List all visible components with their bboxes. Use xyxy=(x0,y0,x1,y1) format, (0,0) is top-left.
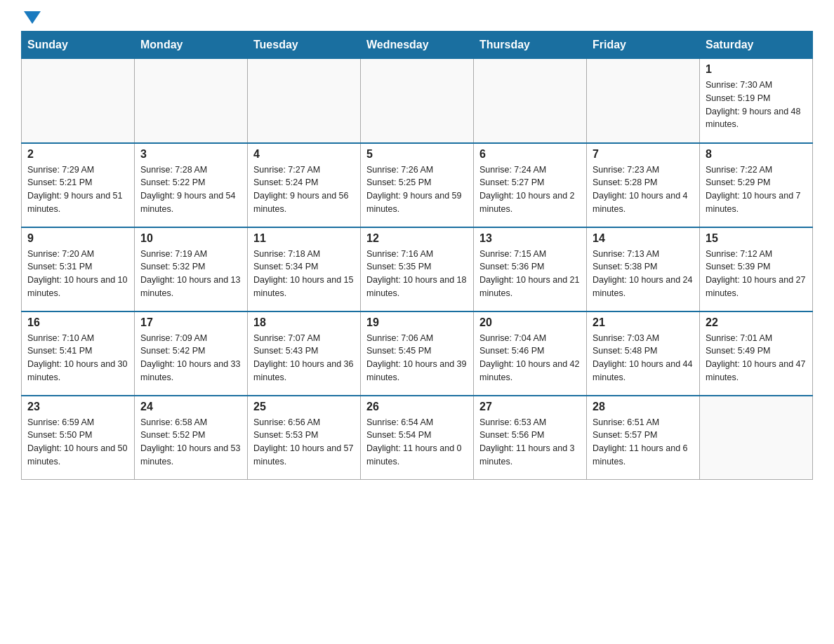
calendar-cell: 5Sunrise: 7:26 AM Sunset: 5:25 PM Daylig… xyxy=(361,143,474,227)
day-info: Sunrise: 7:24 AM Sunset: 5:27 PM Dayligh… xyxy=(479,163,581,216)
calendar-cell: 14Sunrise: 7:13 AM Sunset: 5:38 PM Dayli… xyxy=(587,227,700,311)
day-number: 8 xyxy=(706,148,807,161)
calendar-cell xyxy=(22,59,135,143)
calendar-cell: 28Sunrise: 6:51 AM Sunset: 5:57 PM Dayli… xyxy=(587,396,700,480)
weekday-header-saturday: Saturday xyxy=(700,32,813,59)
day-info: Sunrise: 7:07 AM Sunset: 5:43 PM Dayligh… xyxy=(253,332,355,384)
day-number: 18 xyxy=(253,316,355,329)
day-info: Sunrise: 7:06 AM Sunset: 5:45 PM Dayligh… xyxy=(366,332,468,384)
day-info: Sunrise: 6:53 AM Sunset: 5:56 PM Dayligh… xyxy=(479,416,581,469)
day-info: Sunrise: 7:15 AM Sunset: 5:36 PM Dayligh… xyxy=(479,248,581,300)
page-header xyxy=(21,14,813,24)
weekday-header-thursday: Thursday xyxy=(474,32,587,59)
calendar-cell: 12Sunrise: 7:16 AM Sunset: 5:35 PM Dayli… xyxy=(361,227,474,311)
day-number: 3 xyxy=(140,148,241,161)
day-info: Sunrise: 7:13 AM Sunset: 5:38 PM Dayligh… xyxy=(593,248,694,300)
day-number: 9 xyxy=(27,232,128,245)
day-number: 17 xyxy=(140,316,241,329)
day-info: Sunrise: 7:28 AM Sunset: 5:22 PM Dayligh… xyxy=(140,163,241,216)
day-info: Sunrise: 6:58 AM Sunset: 5:52 PM Dayligh… xyxy=(140,416,241,469)
calendar-cell: 21Sunrise: 7:03 AM Sunset: 5:48 PM Dayli… xyxy=(587,311,700,396)
day-number: 22 xyxy=(706,316,807,329)
day-number: 16 xyxy=(27,316,128,329)
day-number: 24 xyxy=(140,401,241,413)
weekday-header-tuesday: Tuesday xyxy=(248,32,361,59)
day-number: 20 xyxy=(479,316,581,329)
calendar-cell xyxy=(135,59,248,143)
day-number: 1 xyxy=(706,63,807,76)
calendar-cell xyxy=(474,59,587,143)
day-number: 7 xyxy=(593,148,694,161)
day-number: 14 xyxy=(593,232,694,245)
calendar-cell: 20Sunrise: 7:04 AM Sunset: 5:46 PM Dayli… xyxy=(474,311,587,396)
calendar-table: SundayMondayTuesdayWednesdayThursdayFrid… xyxy=(21,31,813,480)
calendar-cell: 13Sunrise: 7:15 AM Sunset: 5:36 PM Dayli… xyxy=(474,227,587,311)
calendar-cell: 15Sunrise: 7:12 AM Sunset: 5:39 PM Dayli… xyxy=(700,227,813,311)
calendar-cell: 11Sunrise: 7:18 AM Sunset: 5:34 PM Dayli… xyxy=(248,227,361,311)
calendar-cell: 18Sunrise: 7:07 AM Sunset: 5:43 PM Dayli… xyxy=(248,311,361,396)
day-info: Sunrise: 7:19 AM Sunset: 5:32 PM Dayligh… xyxy=(140,248,241,300)
calendar-cell: 22Sunrise: 7:01 AM Sunset: 5:49 PM Dayli… xyxy=(700,311,813,396)
calendar-cell: 9Sunrise: 7:20 AM Sunset: 5:31 PM Daylig… xyxy=(22,227,135,311)
calendar-cell xyxy=(587,59,700,143)
day-info: Sunrise: 7:03 AM Sunset: 5:48 PM Dayligh… xyxy=(593,332,694,384)
calendar-cell: 10Sunrise: 7:19 AM Sunset: 5:32 PM Dayli… xyxy=(135,227,248,311)
week-row-4: 16Sunrise: 7:10 AM Sunset: 5:41 PM Dayli… xyxy=(22,311,813,396)
calendar-header-row: SundayMondayTuesdayWednesdayThursdayFrid… xyxy=(22,32,813,59)
logo xyxy=(21,14,41,24)
day-info: Sunrise: 7:10 AM Sunset: 5:41 PM Dayligh… xyxy=(27,332,128,384)
calendar-cell: 17Sunrise: 7:09 AM Sunset: 5:42 PM Dayli… xyxy=(135,311,248,396)
week-row-5: 23Sunrise: 6:59 AM Sunset: 5:50 PM Dayli… xyxy=(22,396,813,480)
day-info: Sunrise: 7:01 AM Sunset: 5:49 PM Dayligh… xyxy=(706,332,807,384)
day-number: 21 xyxy=(593,316,694,329)
weekday-header-friday: Friday xyxy=(587,32,700,59)
day-number: 15 xyxy=(706,232,807,245)
day-info: Sunrise: 6:51 AM Sunset: 5:57 PM Dayligh… xyxy=(593,416,694,469)
calendar-cell: 25Sunrise: 6:56 AM Sunset: 5:53 PM Dayli… xyxy=(248,396,361,480)
day-number: 5 xyxy=(366,148,468,161)
day-number: 10 xyxy=(140,232,241,245)
day-info: Sunrise: 7:22 AM Sunset: 5:29 PM Dayligh… xyxy=(706,163,807,216)
day-info: Sunrise: 6:59 AM Sunset: 5:50 PM Dayligh… xyxy=(27,416,128,469)
day-number: 19 xyxy=(366,316,468,329)
day-number: 23 xyxy=(27,401,128,413)
day-info: Sunrise: 7:09 AM Sunset: 5:42 PM Dayligh… xyxy=(140,332,241,384)
calendar-cell: 6Sunrise: 7:24 AM Sunset: 5:27 PM Daylig… xyxy=(474,143,587,227)
calendar-cell: 2Sunrise: 7:29 AM Sunset: 5:21 PM Daylig… xyxy=(22,143,135,227)
day-number: 26 xyxy=(366,401,468,413)
day-info: Sunrise: 7:27 AM Sunset: 5:24 PM Dayligh… xyxy=(253,163,355,216)
day-info: Sunrise: 7:18 AM Sunset: 5:34 PM Dayligh… xyxy=(253,248,355,300)
day-number: 13 xyxy=(479,232,581,245)
logo-triangle-icon xyxy=(24,11,41,24)
day-number: 6 xyxy=(479,148,581,161)
week-row-2: 2Sunrise: 7:29 AM Sunset: 5:21 PM Daylig… xyxy=(22,143,813,227)
calendar-cell: 4Sunrise: 7:27 AM Sunset: 5:24 PM Daylig… xyxy=(248,143,361,227)
calendar-cell xyxy=(248,59,361,143)
week-row-1: 1Sunrise: 7:30 AM Sunset: 5:19 PM Daylig… xyxy=(22,59,813,143)
day-info: Sunrise: 7:29 AM Sunset: 5:21 PM Dayligh… xyxy=(27,163,128,216)
day-info: Sunrise: 7:23 AM Sunset: 5:28 PM Dayligh… xyxy=(593,163,694,216)
calendar-cell: 27Sunrise: 6:53 AM Sunset: 5:56 PM Dayli… xyxy=(474,396,587,480)
day-number: 27 xyxy=(479,401,581,413)
calendar-cell: 26Sunrise: 6:54 AM Sunset: 5:54 PM Dayli… xyxy=(361,396,474,480)
weekday-header-monday: Monday xyxy=(135,32,248,59)
day-number: 4 xyxy=(253,148,355,161)
day-info: Sunrise: 7:16 AM Sunset: 5:35 PM Dayligh… xyxy=(366,248,468,300)
weekday-header-sunday: Sunday xyxy=(22,32,135,59)
calendar-cell xyxy=(361,59,474,143)
day-info: Sunrise: 7:30 AM Sunset: 5:19 PM Dayligh… xyxy=(706,79,807,131)
day-info: Sunrise: 7:12 AM Sunset: 5:39 PM Dayligh… xyxy=(706,248,807,300)
calendar-cell: 8Sunrise: 7:22 AM Sunset: 5:29 PM Daylig… xyxy=(700,143,813,227)
day-number: 2 xyxy=(27,148,128,161)
calendar-cell: 1Sunrise: 7:30 AM Sunset: 5:19 PM Daylig… xyxy=(700,59,813,143)
week-row-3: 9Sunrise: 7:20 AM Sunset: 5:31 PM Daylig… xyxy=(22,227,813,311)
calendar-cell: 24Sunrise: 6:58 AM Sunset: 5:52 PM Dayli… xyxy=(135,396,248,480)
day-info: Sunrise: 6:54 AM Sunset: 5:54 PM Dayligh… xyxy=(366,416,468,469)
day-number: 28 xyxy=(593,401,694,413)
calendar-cell: 7Sunrise: 7:23 AM Sunset: 5:28 PM Daylig… xyxy=(587,143,700,227)
weekday-header-wednesday: Wednesday xyxy=(361,32,474,59)
day-number: 25 xyxy=(253,401,355,413)
calendar-cell: 16Sunrise: 7:10 AM Sunset: 5:41 PM Dayli… xyxy=(22,311,135,396)
calendar-cell xyxy=(700,396,813,480)
day-info: Sunrise: 7:26 AM Sunset: 5:25 PM Dayligh… xyxy=(366,163,468,216)
